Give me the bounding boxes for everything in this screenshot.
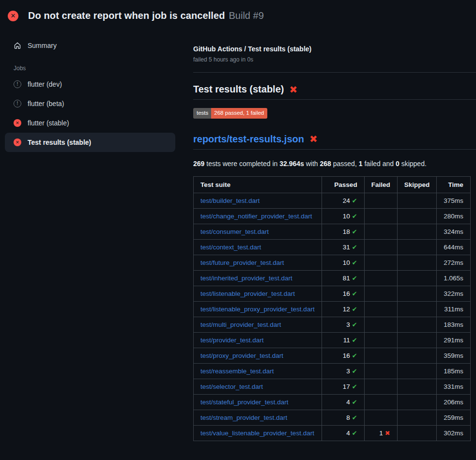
skipped-cell (397, 425, 437, 441)
time-cell: 280ms (437, 208, 471, 224)
check-icon: ✔ (352, 321, 357, 328)
table-row: test/stream_provider_test.dart8✔259ms (194, 410, 471, 425)
summary-segment: failed and (363, 160, 396, 168)
test-suite-link[interactable]: test/stateful_provider_test.dart (200, 399, 289, 406)
passed-count: 3 (346, 368, 350, 375)
failed-cell (364, 410, 397, 425)
failed-cell (364, 270, 397, 286)
test-suite-link[interactable]: test/change_notifier_provider_test.dart (200, 213, 312, 220)
run-meta: failed 5 hours ago in 0s (193, 56, 476, 73)
passed-cell: 8✔ (322, 410, 364, 425)
passed-cell: 3✔ (322, 317, 364, 332)
check-icon: ✔ (352, 275, 357, 282)
time-cell: 359ms (437, 348, 471, 363)
sidebar-job-item[interactable]: ✕flutter (stable) (5, 113, 175, 133)
table-row: test/proxy_provider_test.dart16✔359ms (194, 348, 471, 363)
passed-cell: 16✔ (322, 348, 364, 363)
passed-cell: 4✔ (322, 425, 364, 441)
jobs-list: !flutter (dev)!flutter (beta)✕flutter (s… (5, 75, 175, 152)
sidebar-job-item[interactable]: !flutter (dev) (5, 75, 175, 94)
test-suite-link[interactable]: test/value_listenable_provider_test.dart (200, 429, 314, 437)
passed-count: 10 (343, 259, 350, 266)
passed-count: 12 (343, 306, 350, 313)
test-suite-link[interactable]: test/stream_provider_test.dart (200, 414, 287, 421)
failed-cell (364, 239, 397, 255)
time-cell: 331ms (437, 379, 471, 394)
table-row: test/selector_test.dart17✔331ms (194, 379, 471, 394)
failed-cell (364, 193, 397, 208)
check-icon: ✔ (352, 383, 357, 390)
failed-cell (364, 301, 397, 317)
passed-count: 18 (343, 228, 350, 235)
cross-mark-icon: ✖ (309, 134, 318, 144)
summary-segment: 0 (396, 160, 399, 168)
failed-cell (364, 332, 397, 348)
test-suite-link[interactable]: test/inherited_provider_test.dart (200, 275, 292, 282)
test-suite-link[interactable]: test/listenable_proxy_provider_test.dart (200, 306, 315, 313)
summary-segment: tests were completed in (204, 160, 279, 168)
passed-cell: 31✔ (322, 239, 364, 255)
skipped-cell (397, 379, 437, 394)
badge-label: tests (193, 108, 211, 119)
passed-count: 31 (343, 244, 350, 251)
skipped-cell (397, 193, 437, 208)
table-row: test/context_test.dart31✔644ms (194, 239, 471, 255)
test-suite-link[interactable]: test/future_provider_test.dart (200, 259, 284, 266)
test-suite-link[interactable]: test/builder_test.dart (200, 197, 260, 204)
check-icon: ✔ (352, 306, 357, 313)
test-suite-link[interactable]: test/selector_test.dart (200, 383, 263, 390)
time-cell: 375ms (437, 193, 471, 208)
sidebar-job-item[interactable]: ✕Test results (stable) (5, 133, 175, 152)
cancelled-icon: ! (14, 100, 21, 107)
test-suite-link[interactable]: test/multi_provider_test.dart (200, 321, 281, 328)
test-suite-link[interactable]: test/listenable_provider_test.dart (200, 290, 295, 297)
passed-cell: 81✔ (322, 270, 364, 286)
passed-cell: 18✔ (322, 224, 364, 239)
sidebar-item-summary[interactable]: Summary (5, 38, 175, 53)
test-suite-link[interactable]: test/reassemble_test.dart (200, 368, 274, 375)
time-cell: 644ms (437, 239, 471, 255)
home-icon (14, 42, 21, 49)
column-header: Skipped (397, 176, 437, 193)
job-label: flutter (dev) (28, 80, 62, 88)
passed-count: 3 (346, 321, 350, 328)
cancelled-icon: ! (14, 80, 21, 88)
job-label: flutter (beta) (28, 100, 64, 107)
passed-cell: 17✔ (322, 379, 364, 394)
failed-cell: 1✖ (364, 425, 397, 441)
summary-segment: 268 (320, 160, 331, 168)
failed-count: 1 (379, 429, 383, 437)
skipped-cell (397, 208, 437, 224)
table-row: test/provider_test.dart11✔291ms (194, 332, 471, 348)
time-cell: 322ms (437, 286, 471, 301)
passed-count: 4 (346, 399, 350, 406)
summary-segment: 1 (359, 160, 363, 168)
test-suite-link[interactable]: test/consumer_test.dart (200, 228, 269, 235)
passed-count: 4 (346, 429, 350, 437)
report-title: reports/test-results.json ✖ (193, 134, 476, 150)
report-file-link[interactable]: reports/test-results.json (193, 134, 304, 145)
test-suite-link[interactable]: test/proxy_provider_test.dart (200, 352, 283, 359)
tests-badge[interactable]: tests 268 passed, 1 failed (193, 108, 267, 119)
time-cell: 1.065s (437, 270, 471, 286)
test-suite-link[interactable]: test/provider_test.dart (200, 337, 264, 344)
passed-count: 17 (343, 383, 350, 390)
check-icon: ✔ (352, 213, 357, 220)
job-label: flutter (stable) (28, 119, 69, 127)
check-icon: ✔ (352, 399, 357, 406)
test-suite-link[interactable]: test/context_test.dart (200, 244, 261, 251)
failed-cell (364, 317, 397, 332)
summary-segment: 32.964s (279, 160, 304, 168)
summary-segment: 269 (193, 160, 204, 168)
check-icon: ✔ (352, 197, 357, 204)
check-icon: ✔ (352, 414, 357, 421)
sidebar-job-item[interactable]: !flutter (beta) (5, 94, 175, 113)
summary-segment: passed, (331, 160, 359, 168)
test-summary-line: 269 tests were completed in 32.964s with… (193, 160, 476, 168)
table-row: test/future_provider_test.dart10✔272ms (194, 255, 471, 270)
time-cell: 185ms (437, 363, 471, 379)
summary-segment: skipped. (399, 160, 427, 168)
table-row: test/builder_test.dart24✔375ms (194, 193, 471, 208)
check-icon: ✔ (352, 244, 357, 251)
skipped-cell (397, 239, 437, 255)
